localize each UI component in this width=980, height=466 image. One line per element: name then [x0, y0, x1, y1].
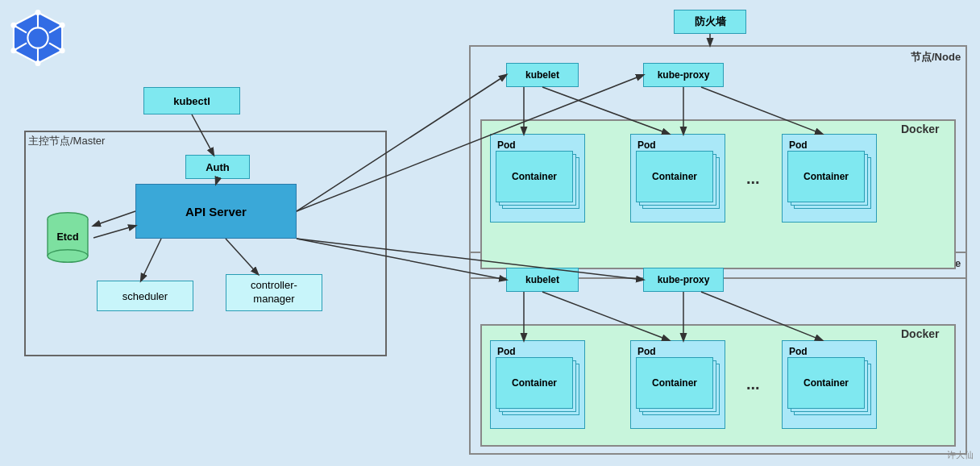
svg-point-14: [10, 23, 16, 28]
controller-manager-box: controller-manager: [226, 274, 322, 311]
scheduler-label: scheduler: [122, 290, 168, 302]
pod-label-top-2: Pod: [637, 139, 656, 151]
pod-label-bottom-3: Pod: [789, 346, 808, 357]
kubelet-bottom-label: kubelet: [525, 274, 559, 285]
watermark: 许大仙: [947, 449, 974, 461]
kubeproxy-bottom-label: kube-proxy: [658, 274, 710, 285]
kubelet-top-label: kubelet: [525, 69, 559, 81]
etcd-box: Etcd: [42, 208, 93, 266]
container-box-bottom-1: Container: [496, 357, 573, 409]
pod-label-top-1: Pod: [497, 139, 516, 151]
kubectl-box: kubectl: [143, 87, 240, 114]
pod-box-bottom-2: Pod Container: [630, 340, 725, 429]
etcd-icon: Etcd: [44, 208, 92, 266]
pod-box-bottom-1: Pod Container: [490, 340, 585, 429]
diagram: 防火墙 主控节点/Master kubectl Auth API Server …: [0, 0, 980, 466]
auth-box: Auth: [185, 155, 250, 179]
container-box-top-1: Container: [496, 151, 573, 202]
apiserver-label: API Server: [185, 205, 247, 218]
kubelet-top: kubelet: [506, 63, 579, 87]
docker-label-bottom: Docker: [901, 327, 939, 340]
svg-point-17: [48, 250, 88, 262]
container-box-bottom-2: Container: [636, 357, 713, 409]
apiserver-box: API Server: [135, 184, 297, 239]
container-box-bottom-3: Container: [787, 357, 865, 409]
svg-point-12: [35, 60, 41, 66]
svg-point-9: [35, 10, 41, 15]
scheduler-box: scheduler: [97, 281, 193, 311]
container-box-top-2: Container: [636, 151, 713, 202]
svg-point-10: [60, 23, 65, 28]
pod-label-top-3: Pod: [789, 139, 808, 151]
container-box-top-3: Container: [787, 151, 865, 202]
pod-label-bottom-1: Pod: [497, 346, 516, 357]
controller-label: controller-manager: [251, 279, 297, 306]
dots-bottom: ...: [746, 375, 760, 393]
pod-label-bottom-2: Pod: [637, 346, 656, 357]
firewall-box: 防火墙: [674, 10, 746, 34]
k8s-logo-icon: [10, 10, 66, 66]
firewall-label: 防火墙: [695, 15, 726, 29]
kubeproxy-bottom: kube-proxy: [643, 268, 724, 292]
node-label-top: 节点/Node: [911, 50, 961, 64]
kubectl-label: kubectl: [173, 95, 210, 107]
kubeproxy-top: kube-proxy: [643, 63, 724, 87]
docker-label-top: Docker: [901, 123, 939, 135]
pod-box-top-2: Pod Container: [630, 134, 725, 223]
svg-point-13: [10, 48, 16, 53]
svg-point-11: [60, 48, 65, 53]
dots-top: ...: [746, 169, 760, 188]
pod-box-top-3: Pod Container: [782, 134, 877, 223]
svg-text:Etcd: Etcd: [56, 231, 78, 243]
kubelet-bottom: kubelet: [506, 268, 579, 292]
kubeproxy-top-label: kube-proxy: [658, 69, 710, 81]
pod-box-top-1: Pod Container: [490, 134, 585, 223]
master-label: 主控节点/Master: [28, 134, 105, 148]
pod-box-bottom-3: Pod Container: [782, 340, 877, 429]
auth-label: Auth: [206, 161, 230, 173]
